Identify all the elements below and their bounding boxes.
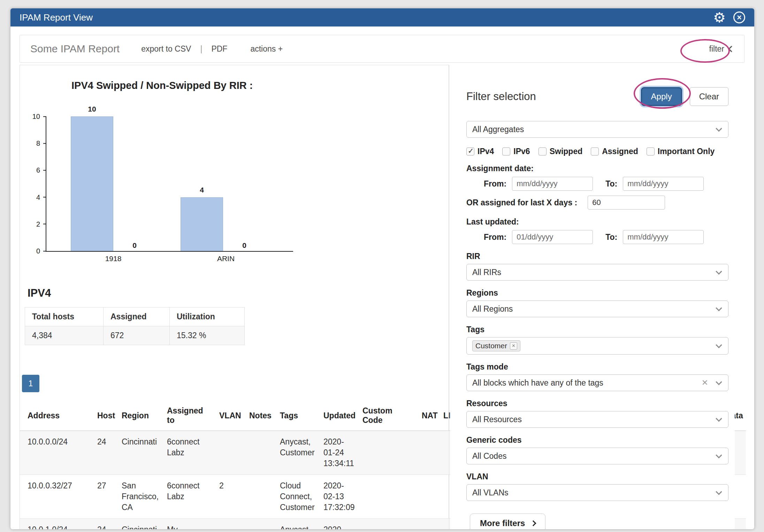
y-axis-tick: 2 [36,220,46,228]
checkbox-ipv4-box[interactable] [466,147,474,155]
generic-codes-dropdown-value: All Codes [472,451,506,461]
apply-button[interactable]: Apply [641,87,682,106]
last-updated-to-input[interactable] [623,230,704,244]
more-filters-label: More filters [480,518,525,528]
cell-address: 10.0.1.0/24 [20,519,90,529]
last-updated-label: Last updated: [466,217,728,227]
bar-arin-nonswipped-label: 0 [223,241,266,250]
tag-chip-customer: Customer × [472,340,520,351]
assignment-to-label: To: [605,179,617,189]
checkbox-ipv6-box[interactable] [502,147,510,155]
cell-custom-code [355,519,414,529]
last-updated-from-label: From: [484,233,506,242]
cell-notes [242,431,272,475]
resources-label: Resources [466,399,728,408]
bar-value-label: 4 [181,186,223,194]
cell-vlan [212,431,242,475]
y-axis-tick: 4 [36,193,46,201]
tags-label: Tags [466,325,728,334]
chevron-down-icon [716,268,722,274]
vlan-dropdown[interactable]: All VLANs [466,484,728,501]
ipv4-section-heading: IPV4 [28,287,51,299]
actions-menu[interactable]: actions + [250,44,283,54]
checkbox-swipped[interactable]: Swipped [538,147,583,156]
last-updated-from-input[interactable] [512,230,593,244]
cell-host: 24 [90,519,114,529]
assignment-to-input[interactable] [623,177,704,191]
assigned-last-days-label: OR assigned for last X days : [466,198,577,207]
x-axis-label-1918: 1918 [92,254,135,263]
checkbox-assigned[interactable]: Assigned [591,147,638,156]
cell-updated: 2020-01-24 13:34:11 [316,431,355,475]
clear-icon[interactable]: × [702,377,708,388]
checkbox-assigned-box[interactable] [591,147,599,155]
summary-col-utilization: Utilization [170,307,245,326]
cell-assigned-to: 6connect Labz [159,431,212,475]
assignment-from-input[interactable] [512,177,593,191]
more-filters-button[interactable]: More filters [470,514,545,529]
clear-button[interactable]: Clear [690,87,728,106]
checkbox-important-only-box[interactable] [647,147,655,155]
checkbox-important-only-label: Important Only [658,147,715,156]
regions-dropdown-value: All Regions [472,304,513,314]
gear-icon[interactable]: ⚙ [713,10,726,24]
export-csv-link[interactable]: export to CSV [141,44,191,54]
checkbox-swipped-box[interactable] [538,147,547,155]
cell-host: 27 [90,475,114,519]
cell-updated: 2020-02-13 17:32:09 [316,475,355,519]
aggregates-dropdown[interactable]: All Aggregates [466,121,728,138]
export-pdf-link[interactable]: PDF [211,44,227,54]
checkbox-important-only[interactable]: Important Only [647,147,715,156]
chevron-down-icon [716,415,722,421]
col-host: Host [90,398,114,431]
rir-dropdown[interactable]: All RIRs [466,264,728,281]
aggregates-dropdown-value: All Aggregates [472,125,524,134]
summary-col-assigned: Assigned [104,307,170,326]
col-notes: Notes [242,398,272,431]
pagination-page-1-button[interactable]: 1 [22,375,39,392]
y-axis-tick: 6 [36,166,46,174]
cell-region: San Francisco, CA [114,475,159,519]
col-assigned-to: Assigned to [159,398,212,431]
col-vlan: VLAN [212,398,242,431]
checkbox-ipv6-label: IPv6 [513,147,530,156]
cell-notes [242,475,272,519]
cell-tags: Anycast, Customer [272,431,316,475]
resources-dropdown[interactable]: All Resources [466,411,728,428]
chevron-right-icon [530,520,536,526]
cell-address: 10.0.0.32/27 [20,475,90,519]
resources-dropdown-value: All Resources [472,415,522,424]
close-icon[interactable]: × [733,12,745,23]
chart-title: IPV4 Swipped / Non-Swipped By RIR : [71,80,253,91]
bar-1918-nonswipped-label: 0 [113,241,156,250]
checkbox-ipv6[interactable]: IPv6 [502,147,530,156]
report-content-card: IPV4 Swipped / Non-Swipped By RIR : 10 8… [20,65,449,529]
report-title: Some IPAM Report [30,43,120,55]
chevron-down-icon [716,452,722,458]
chevron-down-icon [716,379,722,385]
bar-chart: 10 8 6 4 2 0 10 0 4 0 1918 ARIN [46,116,293,252]
tags-dropdown[interactable]: Customer × [466,337,728,355]
cell-nat [414,475,436,519]
assigned-last-days-input[interactable] [588,196,665,210]
checkbox-ipv4[interactable]: IPv4 [466,147,494,156]
tags-mode-dropdown[interactable]: All blocks which have any of the tags × [466,374,728,391]
cell-address: 10.0.0.0/24 [20,431,90,475]
filter-toggle[interactable]: filter [709,44,734,54]
summary-header-row: Total hosts Assigned Utilization [25,307,245,326]
cell-assigned-to: 6connect Labz [159,475,212,519]
checkbox-assigned-label: Assigned [602,147,638,156]
ipv4-summary-table: Total hosts Assigned Utilization 4,384 6… [25,307,245,345]
remove-icon[interactable]: × [510,342,517,350]
cell-nat [414,431,436,475]
last-updated-to-label: To: [605,233,617,242]
toolbar-separator: | [200,44,202,54]
report-toolbar: Some IPAM Report export to CSV | PDF act… [20,35,744,63]
cell-tags: Cloud Connect, Customer [272,475,316,519]
cell-vlan [212,519,242,529]
generic-codes-dropdown[interactable]: All Codes [466,448,728,464]
bar-1918-swipped: 10 [71,116,113,251]
regions-dropdown[interactable]: All Regions [466,301,728,317]
generic-codes-label: Generic codes [466,435,728,445]
checkbox-swipped-label: Swipped [550,147,583,156]
